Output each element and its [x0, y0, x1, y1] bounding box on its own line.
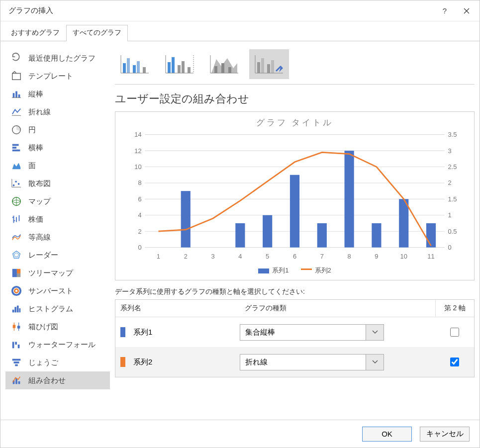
sidebar-item-sunburst[interactable]: サンバースト — [5, 282, 110, 300]
legend-series2: 系列2 — [301, 266, 331, 275]
chart-type-list: 最近使用したグラフテンプレート縦棒折れ線円横棒面散布図マップ株価等高線レーダーツ… — [5, 49, 110, 415]
svg-rect-108 — [235, 223, 245, 248]
sidebar-item-surface[interactable]: 等高線 — [5, 228, 110, 246]
svg-text:14: 14 — [134, 131, 141, 138]
template-icon — [10, 70, 22, 82]
sidebar-item-line[interactable]: 折れ線 — [5, 103, 110, 121]
help-button[interactable]: ? — [434, 3, 456, 19]
sidebar-item-label: 等高線 — [28, 233, 51, 242]
sidebar-item-combo[interactable]: 組み合わせ — [5, 371, 110, 389]
svg-rect-7 — [12, 147, 16, 149]
svg-rect-45 — [123, 63, 126, 73]
sidebar-item-label: テンプレート — [28, 72, 73, 81]
sunburst-icon — [10, 285, 22, 297]
sidebar-item-funnel[interactable]: じょうご — [5, 354, 110, 371]
sidebar-item-label: ウォーターフォール — [28, 340, 96, 350]
chart-svg: 0246810121400.511.522.533.51234567891011 — [123, 131, 466, 264]
svg-text:0: 0 — [138, 244, 141, 251]
sidebar-item-map[interactable]: マップ — [5, 192, 110, 210]
svg-rect-39 — [12, 359, 21, 361]
recent-icon — [10, 52, 22, 64]
svg-rect-33 — [13, 325, 16, 328]
waterfall-icon — [10, 339, 22, 351]
ok-button[interactable]: OK — [362, 427, 412, 442]
svg-rect-37 — [15, 342, 17, 345]
series-header: 系列名 グラフの種類 第 2 軸 — [115, 300, 474, 317]
sidebar-item-pie[interactable]: 円 — [5, 121, 110, 139]
svg-rect-114 — [399, 199, 408, 247]
svg-marker-22 — [14, 253, 18, 257]
sidebar-item-label: 最近使用したグラフ — [28, 54, 96, 63]
sidebar-item-template[interactable]: テンプレート — [5, 67, 110, 85]
svg-rect-44 — [18, 381, 20, 384]
svg-text:4: 4 — [138, 211, 141, 219]
secondary-axis-checkbox[interactable] — [450, 328, 459, 337]
series-name: 系列1 — [133, 328, 240, 337]
sidebar-item-waterfall[interactable]: ウォーターフォール — [5, 336, 110, 354]
sidebar-item-label: 箱ひげ図 — [28, 322, 58, 332]
chevron-down-icon — [372, 330, 378, 334]
svg-text:2: 2 — [138, 227, 141, 235]
pie-icon — [10, 124, 22, 136]
sidebar-item-scatter[interactable]: 散布図 — [5, 175, 110, 192]
subtype-stacked-area-column[interactable] — [204, 49, 244, 79]
close-button[interactable] — [456, 3, 478, 19]
svg-rect-40 — [14, 361, 19, 363]
titlebar: グラフの挿入 ? — [0, 0, 480, 21]
sidebar-item-recent[interactable]: 最近使用したグラフ — [5, 49, 110, 67]
series-color-swatch — [120, 327, 125, 337]
series-name: 系列2 — [133, 358, 240, 367]
chart-type-combo[interactable]: 集合縦棒 — [240, 324, 384, 341]
svg-text:6: 6 — [138, 195, 141, 203]
secondary-axis-checkbox[interactable] — [450, 358, 459, 366]
tab-recommended[interactable]: おすすめグラフ — [4, 25, 66, 41]
sidebar-item-radar[interactable]: レーダー — [5, 246, 110, 264]
svg-rect-111 — [317, 223, 327, 248]
sidebar-item-bar[interactable]: 横棒 — [5, 139, 110, 157]
subtype-custom-combination[interactable] — [249, 49, 289, 79]
svg-rect-55 — [182, 61, 185, 73]
sidebar-item-label: マップ — [28, 197, 51, 206]
header-type: グラフの種類 — [240, 300, 435, 317]
subtype-clustered-column-line[interactable] — [115, 49, 155, 79]
subtype-clustered-column-line-secondary[interactable] — [160, 49, 199, 79]
sidebar-item-area[interactable]: 面 — [5, 157, 110, 175]
tab-all[interactable]: すべてのグラフ — [66, 25, 128, 41]
line-icon — [10, 106, 22, 118]
sidebar-item-label: 株価 — [28, 215, 43, 224]
window-title: グラフの挿入 — [8, 6, 53, 15]
sidebar-item-boxwhisker[interactable]: 箱ひげ図 — [5, 318, 110, 336]
bar-icon — [10, 142, 22, 154]
svg-rect-47 — [133, 65, 136, 73]
area-icon — [10, 160, 22, 172]
chart-type-combo[interactable]: 折れ線 — [240, 354, 384, 370]
svg-rect-38 — [18, 345, 20, 348]
svg-text:2.5: 2.5 — [448, 163, 457, 171]
combo-dropdown-button[interactable] — [366, 325, 384, 340]
series-instruction: データ系列に使用するグラフの種類と軸を選択してください: — [115, 287, 475, 296]
combo-subtype-row — [115, 49, 475, 85]
histogram-icon — [10, 303, 22, 315]
svg-text:9: 9 — [375, 253, 378, 260]
svg-rect-63 — [228, 67, 231, 73]
svg-rect-68 — [267, 64, 270, 73]
series-color-swatch — [120, 357, 125, 367]
combo-dropdown-button[interactable] — [366, 355, 384, 370]
svg-rect-31 — [19, 308, 21, 312]
svg-text:3: 3 — [448, 147, 451, 154]
treemap-icon — [10, 267, 22, 279]
svg-text:8: 8 — [348, 253, 351, 260]
svg-rect-29 — [14, 307, 16, 312]
cancel-button[interactable]: キャンセル — [420, 427, 470, 442]
sidebar-item-stock[interactable]: 株価 — [5, 210, 110, 228]
scatter-icon — [10, 178, 22, 189]
svg-rect-25 — [17, 273, 20, 277]
sidebar-item-treemap[interactable]: ツリーマップ — [5, 264, 110, 282]
svg-text:0.5: 0.5 — [448, 227, 457, 235]
sidebar-item-column[interactable]: 縦棒 — [5, 85, 110, 103]
svg-text:5: 5 — [266, 253, 269, 260]
sidebar-item-label: 散布図 — [28, 179, 51, 188]
svg-rect-2 — [18, 94, 20, 97]
sidebar-item-histogram[interactable]: ヒストグラム — [5, 300, 110, 318]
svg-rect-46 — [127, 58, 130, 73]
